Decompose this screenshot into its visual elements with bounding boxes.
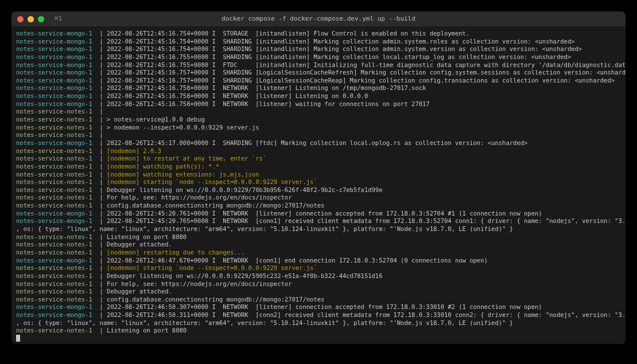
log-line: notes-service-notes-1 | config.database.…: [16, 296, 621, 304]
log-line: notes-service-mongo-1 | 2022-08-26T12:46…: [16, 303, 621, 311]
log-line: notes-service-notes-1 | [nodemon] to res…: [16, 155, 621, 163]
tab-label[interactable]: ⌘1: [55, 15, 62, 23]
close-icon[interactable]: [17, 16, 24, 22]
log-line: notes-service-notes-1 | config.database.…: [16, 202, 621, 210]
log-line: notes-service-mongo-1 | 2022-08-26T12:45…: [16, 69, 621, 77]
window-title: docker compose -f docker-compose.dev.yml…: [222, 15, 415, 23]
log-line: notes-service-mongo-1 | 2022-08-26T12:45…: [16, 38, 621, 46]
log-line: notes-service-notes-1 | Listening on por…: [16, 327, 621, 335]
log-line: notes-service-mongo-1 | 2022-08-26T12:45…: [16, 217, 621, 225]
log-line: notes-service-mongo-1 | 2022-08-26T12:45…: [16, 53, 621, 61]
log-line-continuation: , os: { type: "linux", name: "linux", ar…: [16, 225, 621, 233]
log-line: notes-service-notes-1 | For help, see: h…: [16, 280, 621, 288]
log-line: notes-service-mongo-1 | 2022-08-26T12:45…: [16, 61, 621, 69]
log-line: notes-service-mongo-1 | 2022-08-26T12:45…: [16, 84, 621, 92]
log-line: notes-service-notes-1 | > nodemon --insp…: [16, 124, 621, 132]
log-line: notes-service-mongo-1 | 2022-08-26T12:45…: [16, 210, 621, 218]
log-line: notes-service-notes-1 | Debugger attache…: [16, 241, 621, 249]
log-line: notes-service-mongo-1 | 2022-08-26T12:45…: [16, 45, 621, 53]
log-line: notes-service-mongo-1 | 2022-08-26T12:45…: [16, 77, 621, 85]
log-line: notes-service-notes-1 | [nodemon] starti…: [16, 178, 621, 186]
log-line: notes-service-mongo-1 | 2022-08-26T12:45…: [16, 92, 621, 100]
log-line: notes-service-notes-1 | [nodemon] 2.0.3: [16, 147, 621, 155]
terminal-window: ⌘1 docker compose -f docker-compose.dev.…: [11, 11, 626, 344]
log-line: notes-service-mongo-1 | 2022-08-26T12:46…: [16, 257, 621, 265]
log-line: notes-service-notes-1 | Listening on por…: [16, 233, 621, 241]
cursor-line: [16, 335, 621, 343]
log-line: notes-service-notes-1 | [nodemon] watchi…: [16, 163, 621, 171]
titlebar: ⌘1 docker compose -f docker-compose.dev.…: [11, 11, 626, 26]
log-line: notes-service-mongo-1 | 2022-08-26T12:46…: [16, 311, 621, 319]
log-line: notes-service-notes-1 | Debugger attache…: [16, 288, 621, 296]
log-line-continuation: , os: { type: "linux", name: "linux", ar…: [16, 319, 621, 327]
log-line: notes-service-notes-1 |: [16, 108, 621, 116]
traffic-lights: [17, 16, 44, 22]
log-line: notes-service-notes-1 | Debugger listeni…: [16, 272, 621, 280]
cursor-icon: [16, 335, 20, 342]
log-line: notes-service-notes-1 |: [16, 131, 621, 139]
log-line: notes-service-notes-1 | Debugger listeni…: [16, 186, 621, 194]
log-line: notes-service-notes-1 | [nodemon] starti…: [16, 264, 621, 272]
log-line: notes-service-notes-1 | > notes-service@…: [16, 116, 621, 124]
maximize-icon[interactable]: [38, 16, 44, 22]
log-line: notes-service-mongo-1 | 2022-08-26T12:45…: [16, 139, 621, 147]
terminal-output[interactable]: notes-service-mongo-1 | 2022-08-26T12:45…: [11, 26, 626, 344]
log-line: notes-service-mongo-1 | 2022-08-26T12:45…: [16, 100, 621, 108]
minimize-icon[interactable]: [28, 16, 34, 22]
log-line: notes-service-notes-1 | [nodemon] restar…: [16, 249, 621, 257]
log-line: notes-service-mongo-1 | 2022-08-26T12:45…: [16, 30, 621, 38]
log-line: notes-service-notes-1 | For help, see: h…: [16, 194, 621, 202]
log-line: notes-service-notes-1 | [nodemon] watchi…: [16, 171, 621, 179]
